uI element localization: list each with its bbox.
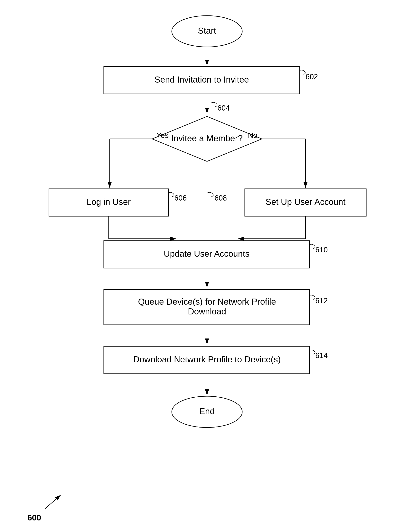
ref-614: 614 — [315, 352, 328, 360]
set-up-account-label: Set Up User Account — [266, 197, 345, 207]
ref-608: 608 — [215, 194, 227, 202]
invitee-member-label: Invitee a Member? — [171, 133, 243, 143]
ref-610: 610 — [315, 246, 328, 254]
diagram-container: Start Send Invitation to Invitee 602 604… — [0, 0, 414, 532]
svg-text:Queue Device(s) for Network Pr: Queue Device(s) for Network Profile — [138, 297, 276, 306]
start-label: Start — [198, 26, 216, 35]
download-profile-label: Download Network Profile to Device(s) — [133, 354, 281, 364]
ref-612: 612 — [315, 297, 328, 305]
no-label: No — [248, 131, 257, 140]
yes-label: Yes — [157, 131, 169, 140]
ref-606: 606 — [174, 194, 187, 202]
log-in-user-label: Log in User — [87, 197, 131, 207]
ref-602: 602 — [306, 73, 318, 81]
send-invitation-label: Send Invitation to Invitee — [155, 75, 249, 84]
queue-devices-label: Download — [188, 307, 226, 316]
ref-604: 604 — [217, 104, 230, 112]
figure-number: 600 — [27, 513, 41, 522]
end-label: End — [199, 406, 215, 416]
update-accounts-label: Update User Accounts — [164, 249, 249, 258]
